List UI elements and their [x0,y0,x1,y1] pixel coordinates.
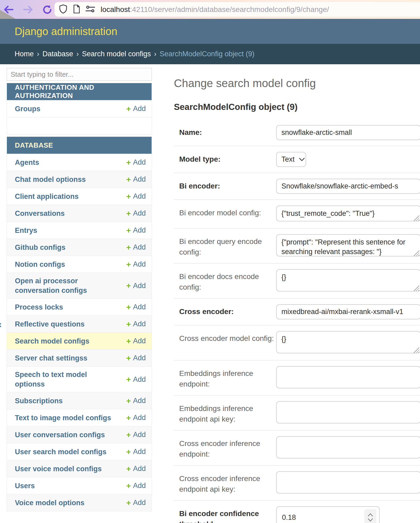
sidebar-filter-input[interactable] [7,68,152,81]
model-link[interactable]: Users [15,481,35,491]
sidebar-item-user-voice-model-configs: User voice model configs+Add [7,460,152,477]
url-bar[interactable]: localhost:42110/server/admin/database/se… [54,2,420,17]
add-label: Add [133,303,146,311]
add-label: Add [133,226,146,234]
spinner-down-icon [368,518,373,522]
add-label: Add [133,482,146,490]
add-link[interactable]: +Add [126,465,146,473]
add-link[interactable]: +Add [126,209,146,217]
model-link[interactable]: Client applications [15,192,79,201]
sidebar-item-search-model-configs: Search model configs+Add [7,332,152,349]
site-title-link[interactable]: Django administration [15,25,117,37]
field-textarea-bi-encoder-model-config[interactable] [276,205,420,221]
model-link[interactable]: User search model configs [15,447,106,457]
add-link[interactable]: +Add [126,282,146,290]
model-link[interactable]: Search model configs [15,336,89,346]
add-link[interactable]: +Add [126,243,146,251]
add-link[interactable]: +Add [126,448,146,456]
field-input-name[interactable] [276,125,420,140]
model-link[interactable]: Open ai processor conversation configs [15,276,116,295]
breadcrumb-separator: › [76,50,79,58]
field-input-cross-encoder[interactable] [276,304,420,319]
model-link[interactable]: Speech to text model optionss [15,370,116,389]
breadcrumb-item[interactable]: Database [42,50,73,58]
add-link[interactable]: +Add [126,192,146,200]
add-link[interactable]: +Add [126,175,146,183]
model-link[interactable]: Server chat settingss [15,353,87,363]
breadcrumb-item[interactable]: Home [15,50,34,58]
form-row-embeddings-inference-endpoint: Embeddings inference endpoint: [174,361,420,396]
breadcrumb-item[interactable]: Search model configs [82,50,151,58]
field-input-embeddings-inference-endpoint-api-key[interactable] [276,401,420,423]
url-text[interactable]: localhost:42110/server/admin/database/se… [101,5,329,14]
model-link[interactable]: Agents [15,158,39,167]
sidebar-section-caption[interactable]: AUTHENTICATION AND AUTHORIZATION [7,83,152,100]
model-link[interactable]: Notion configs [15,260,65,269]
add-link[interactable]: +Add [126,431,146,439]
add-link[interactable]: +Add [126,397,146,405]
field-input-embeddings-inference-endpoint[interactable] [276,366,420,388]
field-select-model-type[interactable]: Text [276,152,306,167]
reload-button[interactable] [42,4,53,15]
model-link[interactable]: Process locks [15,302,63,312]
number-spinner[interactable] [364,509,376,523]
add-label: Add [133,465,146,473]
add-link[interactable]: +Add [126,260,146,268]
field-input-cross-encoder-inference-endpoint[interactable] [276,436,420,458]
browser-toolbar: localhost:42110/server/admin/database/se… [0,0,420,19]
select-value: Text [281,155,295,164]
plus-icon: + [126,158,131,166]
model-link[interactable]: User voice model configs [15,464,102,474]
model-link[interactable]: Groups [15,104,40,114]
sidebar-item-reflective-questions: Reflective questions+Add [7,315,152,332]
chevron-down-icon [299,158,305,161]
permissions-sliders-icon[interactable] [85,5,95,14]
add-link[interactable]: +Add [126,499,146,507]
plus-icon: + [126,499,131,507]
forward-button[interactable] [22,5,34,14]
field-label-name: Name: [179,125,276,138]
model-link[interactable]: Voice model options [15,498,84,508]
sidebar-module: AUTHENTICATION AND AUTHORIZATIONGroups+A… [7,83,152,134]
plus-icon: + [126,226,131,234]
add-link[interactable]: +Add [126,226,146,234]
field-input-bi-encoder[interactable] [276,179,420,194]
page-title: Change search model config [174,77,420,90]
add-link[interactable]: +Add [126,482,146,490]
field-textarea-bi-encoder-query-encode-config[interactable] [276,234,420,256]
model-link[interactable]: Conversations [15,209,65,218]
add-link[interactable]: +Add [126,337,146,345]
add-link[interactable]: +Add [126,375,146,384]
sidebar-item-text-to-image-model-configs: Text to image model configs+Add [7,409,152,426]
model-link[interactable]: Github configs [15,243,65,252]
add-link[interactable]: +Add [126,320,146,328]
model-link[interactable]: Text to image model configs [15,413,111,423]
shield-icon[interactable] [59,4,68,15]
model-link[interactable]: User conversation configs [15,430,105,440]
model-link[interactable]: Entrys [15,226,37,235]
sidebar-item-github-configs: Github configs+Add [7,239,152,256]
sidebar-item-user-conversation-configs: User conversation configs+Add [7,426,152,443]
url-path: :42110/server/admin/database/searchmodel… [130,5,329,14]
model-link[interactable]: Chat model optionss [15,175,86,184]
field-label-bi-encoder-model-config: Bi encoder model config: [179,205,276,218]
add-link[interactable]: +Add [126,303,146,311]
field-textarea-cross-encoder-model-config[interactable] [276,331,420,353]
add-link[interactable]: +Add [126,158,146,166]
plus-icon: + [126,192,131,200]
field-textarea-bi-encoder-docs-encode-config[interactable] [276,269,420,291]
sidebar-collapse-toggle[interactable]: « [0,319,2,330]
nav-sidebar: AUTHENTICATION AND AUTHORIZATIONGroups+A… [7,68,152,523]
back-button[interactable] [3,5,14,14]
sidebar-section-caption[interactable]: DATABASE [7,137,152,154]
add-link[interactable]: +Add [126,354,146,362]
add-link[interactable]: +Add [126,105,146,113]
add-link[interactable]: +Add [126,414,146,422]
model-link[interactable]: Reflective questions [15,319,85,329]
form-row-name: Name: [174,119,420,146]
page-info-icon[interactable] [72,4,80,15]
sidebar-item-speech-to-text-model-optionss: Speech to text model optionss+Add [7,366,152,392]
field-input-cross-encoder-inference-endpoint-api-key[interactable] [276,471,420,494]
model-link[interactable]: Subscriptions [15,396,63,406]
plus-icon: + [126,209,131,217]
